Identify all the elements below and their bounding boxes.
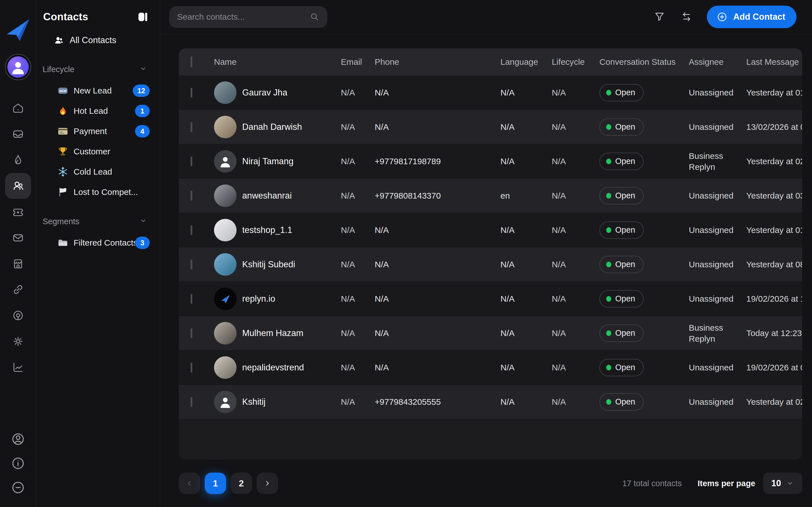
col-header-lifecycle[interactable]: Lifecycle (552, 57, 599, 67)
contact-last-message: Yesterday at 02 (746, 157, 802, 166)
prev-page-button[interactable] (179, 473, 200, 494)
rail-home-icon[interactable] (5, 95, 31, 121)
col-header-phone[interactable]: Phone (375, 57, 500, 67)
col-header-status[interactable]: Conversation Status (599, 57, 689, 67)
rail-gear-icon[interactable] (5, 328, 31, 354)
sidebar-item-all-contacts[interactable]: All Contacts (36, 31, 160, 50)
table-row[interactable]: Danah Darwish N/A N/A N/A N/A Open Unass… (179, 110, 802, 144)
rail-store-icon[interactable] (5, 251, 31, 277)
sidebar-item[interactable]: NEW New Lead 12 (36, 80, 160, 101)
table-row[interactable]: Kshitij Subedi N/A N/A N/A N/A Open Unas… (179, 247, 802, 282)
rail-ticket-icon[interactable] (5, 199, 31, 225)
conversation-status-badge[interactable]: Open (599, 256, 644, 273)
contact-language: N/A (500, 294, 552, 304)
contact-lifecycle: N/A (552, 260, 599, 269)
table-row[interactable]: Gaurav Jha N/A N/A N/A N/A Open Unassign… (179, 75, 802, 110)
table-row[interactable]: replyn.io N/A N/A N/A N/A Open Unassigne… (179, 282, 802, 316)
contact-lifecycle: N/A (552, 397, 599, 407)
rail-contacts-icon[interactable] (5, 173, 31, 199)
contact-language: N/A (500, 122, 552, 132)
sidebar-item[interactable]: Customer (36, 142, 160, 162)
search-box[interactable] (169, 6, 327, 28)
conversation-status-badge[interactable]: Open (599, 84, 644, 101)
conversation-status-badge[interactable]: Open (599, 153, 644, 170)
table-row[interactable]: testshop_1.1 N/A N/A N/A N/A Open Unassi… (179, 213, 802, 247)
col-header-email[interactable]: Email (341, 57, 375, 67)
filter-icon[interactable] (652, 9, 667, 25)
contact-phone: N/A (375, 88, 500, 98)
items-per-page-select[interactable]: 10 (763, 473, 802, 494)
rail-mail-icon[interactable] (5, 225, 31, 251)
contact-language: N/A (500, 225, 552, 235)
select-all-checkbox[interactable] (191, 56, 192, 67)
search-input[interactable] (177, 12, 309, 22)
rail-chart-icon[interactable] (5, 354, 31, 380)
sidebar-item[interactable]: Filtered Contacts 3 (36, 233, 160, 253)
conversation-status-badge[interactable]: Open (599, 187, 644, 205)
contact-email: N/A (341, 294, 375, 304)
contact-email: N/A (341, 88, 375, 98)
all-contacts-label: All Contacts (70, 35, 116, 45)
rail-minus-circle-icon[interactable] (9, 478, 28, 497)
status-dot-icon (606, 227, 611, 233)
row-checkbox[interactable] (191, 260, 192, 269)
rail-flame-icon[interactable] (5, 147, 31, 173)
conversation-status-badge[interactable]: Open (599, 221, 644, 239)
next-page-button[interactable] (257, 473, 278, 494)
sidebar-item[interactable]: Lost to Compet... (36, 182, 160, 202)
contact-avatar (214, 356, 237, 379)
contact-name: Mulhem Hazam (242, 328, 303, 338)
contact-name: Niraj Tamang (242, 156, 294, 166)
table-row[interactable]: Mulhem Hazam N/A N/A N/A N/A Open Busine… (179, 316, 802, 350)
table-row[interactable]: anweshanrai N/A +9779808143370 en N/A Op… (179, 179, 802, 213)
contact-last-message: 13/02/2026 at 0 (746, 122, 802, 132)
col-header-assignee[interactable]: Assignee (689, 57, 746, 67)
conversation-status-badge[interactable]: Open (599, 290, 644, 307)
add-contact-button[interactable]: Add Contact (707, 6, 797, 28)
sidebar-item[interactable]: Payment 4 (36, 121, 160, 142)
contact-name: Kshitij Subedi (242, 260, 295, 270)
sidebar-item-label: Hot Lead (73, 106, 135, 116)
conversation-status-badge[interactable]: Open (599, 359, 644, 376)
row-checkbox[interactable] (191, 294, 192, 304)
rail-inbox-icon[interactable] (5, 121, 31, 147)
sidebar-item[interactable]: Hot Lead 1 (36, 101, 160, 121)
page-button-2[interactable]: 2 (231, 473, 252, 494)
sidebar-item[interactable]: Cold Lead (36, 162, 160, 182)
sidebar-section-header[interactable]: Segments (36, 214, 160, 229)
rail-info-circle-icon[interactable] (9, 454, 28, 473)
conversation-status-badge[interactable]: Open (599, 325, 644, 342)
row-checkbox[interactable] (191, 191, 192, 201)
contact-last-message: 19/02/2026 at 0 (746, 363, 802, 372)
table-row[interactable]: nepalidevstrend N/A N/A N/A N/A Open Una… (179, 350, 802, 385)
col-header-language[interactable]: Language (500, 57, 552, 67)
col-header-name[interactable]: Name (214, 57, 341, 67)
rail-person-circle-icon[interactable] (9, 430, 28, 448)
flame-emoji-icon (57, 105, 69, 117)
conversation-status-badge[interactable]: Open (599, 118, 644, 136)
row-checkbox[interactable] (191, 363, 192, 372)
rail-link-icon[interactable] (5, 277, 31, 302)
page-button-1[interactable]: 1 (205, 473, 226, 494)
sort-icon[interactable] (679, 9, 695, 25)
folder-icon (57, 237, 69, 249)
table-row[interactable]: Niraj Tamang N/A +9779817198789 N/A N/A … (179, 144, 802, 179)
row-checkbox[interactable] (191, 157, 192, 166)
contact-avatar (214, 253, 237, 276)
conversation-status-badge[interactable]: Open (599, 393, 644, 411)
brand-logo-icon[interactable] (5, 17, 31, 44)
row-checkbox[interactable] (191, 328, 192, 338)
sidebar-section-header[interactable]: Lifecycle (36, 61, 160, 77)
row-checkbox[interactable] (191, 397, 192, 407)
contact-last-message: Yesterday at 08 (746, 260, 802, 269)
table-row[interactable]: Kshitij N/A +9779843205555 N/A N/A Open … (179, 385, 802, 419)
collapse-sidebar-icon[interactable] (136, 10, 149, 23)
row-checkbox[interactable] (191, 122, 192, 132)
col-header-last-message[interactable]: Last Message (746, 57, 802, 67)
user-avatar[interactable] (7, 56, 29, 78)
contact-email: N/A (341, 397, 375, 407)
row-checkbox[interactable] (191, 225, 192, 235)
row-checkbox[interactable] (191, 88, 192, 98)
contact-phone: N/A (375, 328, 500, 338)
rail-globe-icon[interactable] (5, 302, 31, 328)
